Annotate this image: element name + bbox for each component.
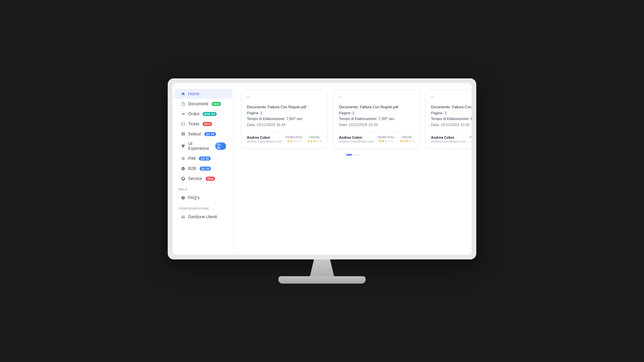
quote-icon-1: " <box>247 96 322 102</box>
card-1-username: Andrea Cobre <box>247 135 282 139</box>
card-1-divider <box>247 132 322 132</box>
card-2-data: Data: 15/11/2024 10:39 <box>339 122 414 128</box>
card-2-facilita: Facilità d'uso: ★ ★ ★ ★ ★ <box>377 135 395 143</box>
sidebar-label-service: Service <box>188 176 202 181</box>
card-1-useremail: andrea.cobre@aton.com <box>247 139 282 143</box>
ticket-badge: New <box>203 122 212 126</box>
sidebar-item-documenti[interactable]: Documenti New <box>174 99 232 109</box>
sidebar-item-service[interactable]: Service New <box>174 174 232 183</box>
card-3-facilita: Facilità d'uso: ★ ★ ★ ★ ★ <box>470 135 472 143</box>
sidebar-item-uiexperience[interactable]: UI Experience Q1 25 <box>174 139 232 153</box>
sidebar-item-faqs[interactable]: FAQ's <box>174 193 232 202</box>
card-3-pagine: Pagine: 2 <box>431 110 472 116</box>
sellout-badge: Q1 25 <box>204 132 216 136</box>
sidebar-item-ticket[interactable]: Ticket New <box>174 119 232 129</box>
quote-icon-3: " <box>431 96 472 102</box>
card-1-doc-name: Documento: Fattura Con Regole.pdf <box>247 104 322 110</box>
users-icon <box>180 214 185 219</box>
card-1-pagine: Pagine: 2 <box>247 110 322 116</box>
b2b-badge: Q1 25 <box>200 167 211 171</box>
pagination <box>241 154 465 156</box>
card-2-divider <box>339 132 414 132</box>
card-1-user: Andrea Cobre andrea.cobre@aton.com <box>247 135 282 143</box>
card-1-velocita-stars: ★ ★ ★ ★ ★ <box>307 139 322 143</box>
ticket-icon <box>180 121 185 126</box>
sidebar-label-home: Home <box>188 92 199 96</box>
card-3-doc-name: Documento: Fattura Con Regole.pdf <box>431 104 472 110</box>
card-1-velocita: Velocità: ★ ★ ★ ★ ★ <box>307 135 322 143</box>
sidebar-label-ordini: Ordini <box>188 112 199 116</box>
sidebar-label-gestione-utenti: Gestione Utenti <box>188 215 217 219</box>
card-1-tempo: Tempo di Elaborazione: 7,837 sec <box>247 116 322 122</box>
sidebar-item-b2b[interactable]: B2B Q1 25 <box>174 164 232 173</box>
card-2-footer: Andrea Cobre andrea.cobre@aton.com Facil… <box>339 135 414 143</box>
documenti-badge: New <box>212 102 221 106</box>
page-dot-active[interactable] <box>346 154 352 156</box>
pim-icon <box>180 156 185 161</box>
page-dot-3[interactable] <box>358 154 360 156</box>
card-1-facilita: Facilità d'uso: ★ ★ ★ ★ ★ <box>285 135 303 143</box>
card-1-ratings: Facilità d'uso: ★ ★ ★ ★ ★ <box>285 135 322 143</box>
card-2-doc-info: Documento: Fattura Con Regole.pdf Pagine… <box>339 104 414 128</box>
card-1-footer: Andrea Cobre andrea.cobre@aton.com Facil… <box>247 135 322 143</box>
card-2-facilita-label: Facilità d'uso: <box>377 135 395 139</box>
sidebar-label-b2b: B2B <box>188 166 196 171</box>
card-2-ratings: Facilità d'uso: ★ ★ ★ ★ ★ <box>377 135 414 143</box>
sidebar-label-documenti: Documenti <box>188 102 208 106</box>
pim-badge: Q2 25 <box>199 157 211 161</box>
sidebar-item-home[interactable]: Home <box>174 89 232 99</box>
sidebar-label-ticket: Ticket <box>188 122 199 126</box>
card-2-user: Andrea Cobre andrea.cobre@aton.com <box>339 135 374 143</box>
review-card-3: " Documento: Fattura Con Regole.pdf Pagi… <box>425 90 472 149</box>
sidebar-label-uiexperience: UI Experience <box>188 141 212 151</box>
sidebar-item-gestione-utenti[interactable]: Gestione Utenti <box>174 212 232 222</box>
card-3-data: Data: 15/11/2024 10:39 <box>431 122 472 128</box>
service-badge: New <box>206 177 215 181</box>
service-icon <box>180 176 185 181</box>
sidebar-label-sellout: Sellout <box>188 132 201 136</box>
cards-grid: " Documento: Fattura Con Regole.pdf Pagi… <box>241 90 465 149</box>
sidebar-label-faqs: FAQ's <box>188 195 200 200</box>
main-content: " Documento: Fattura Con Regole.pdf Pagi… <box>234 83 472 255</box>
review-card-1: " Documento: Fattura Con Regole.pdf Pagi… <box>241 90 328 149</box>
card-2-velocita-stars: ★ ★ ★ ★ ★ <box>399 139 414 143</box>
card-1-velocita-label: Velocità: <box>309 135 320 139</box>
sidebar-label-pim: PIM <box>188 156 196 161</box>
page-dot-2[interactable] <box>354 154 356 156</box>
sidebar-item-sellout[interactable]: Sellout Q1 25 <box>174 129 232 139</box>
card-2-useremail: andrea.cobre@aton.com <box>339 139 374 143</box>
monitor-wrapper: Home Documenti New Ordini End '24 <box>168 78 476 284</box>
monitor-base <box>278 276 366 284</box>
faq-icon <box>180 195 185 200</box>
card-3-tempo: Tempo di Elaborazione: 8,719 sec <box>431 116 472 122</box>
section-config-label: CONFIGURAZIONE <box>172 203 234 212</box>
card-3-facilita-stars: ★ ★ ★ ★ ★ <box>471 139 472 143</box>
card-1-data: Data: 15/11/2024 16:34 <box>247 122 322 128</box>
card-2-velocita: Velocità: ★ ★ ★ ★ ★ <box>399 135 414 143</box>
ordini-badge: End '24 <box>203 112 217 116</box>
file-icon <box>180 101 185 106</box>
card-3-ratings: Facilità d'uso: ★ ★ ★ ★ ★ <box>470 135 472 143</box>
sidebar-item-ordini[interactable]: Ordini End '24 <box>174 109 232 119</box>
monitor-screen: Home Documenti New Ordini End '24 <box>168 78 476 259</box>
card-2-tempo: Tempo di Elaborazione: 7,397 sec <box>339 116 414 122</box>
card-3-doc-info: Documento: Fattura Con Regole.pdf Pagine… <box>431 104 472 128</box>
monitor-neck <box>302 259 342 276</box>
card-2-pagine: Pagine: 2 <box>339 110 414 116</box>
sidebar: Home Documenti New Ordini End '24 <box>172 83 234 255</box>
section-help-label: HELP <box>172 184 234 192</box>
screen-inner: Home Documenti New Ordini End '24 <box>172 83 472 255</box>
sidebar-item-pim[interactable]: PIM Q2 25 <box>174 154 232 163</box>
sellout-icon <box>180 131 185 136</box>
card-2-username: Andrea Cobre <box>339 135 374 139</box>
ui-icon <box>180 144 185 149</box>
card-3-useremail: andrea.cobre@aton.com <box>431 139 466 143</box>
card-3-divider <box>431 132 472 132</box>
b2b-icon <box>180 166 185 171</box>
card-1-doc-info: Documento: Fattura Con Regole.pdf Pagine… <box>247 104 322 128</box>
card-1-facilita-label: Facilità d'uso: <box>285 135 303 139</box>
card-2-facilita-stars: ★ ★ ★ ★ ★ <box>379 139 393 143</box>
card-3-footer: Andrea Cobre andrea.cobre@aton.com Facil… <box>431 135 472 143</box>
uiexperience-badge: Q1 25 <box>215 142 226 150</box>
card-3-facilita-label: Facilità d'uso: <box>470 135 472 139</box>
